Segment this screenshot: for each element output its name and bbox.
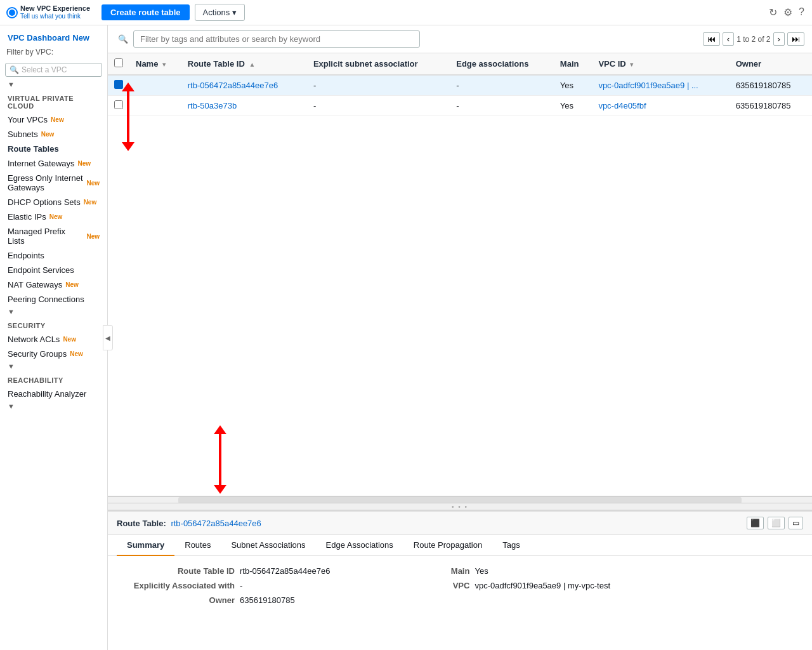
sidebar-item-egress-gateways[interactable]: Egress Only Internet Gateways New xyxy=(0,171,107,195)
sidebar-item-peering[interactable]: Peering Connections xyxy=(0,292,107,307)
table-row[interactable]: rtb-056472a85a44ee7e6 - - Yes vpc-0adfcf… xyxy=(108,75,812,96)
page-prev-button[interactable]: ‹ xyxy=(723,32,734,46)
your-vpcs-label: Your VPCs xyxy=(8,115,48,124)
horizontal-scrollbar[interactable] xyxy=(108,496,812,503)
search-input[interactable] xyxy=(133,30,420,48)
nat-gateways-label: NAT Gateways xyxy=(8,280,62,289)
page-first-button[interactable]: ⏮ xyxy=(703,32,720,46)
route-table-id-label: Route Table ID xyxy=(121,566,235,576)
main-value: Yes xyxy=(475,566,488,576)
table-row[interactable]: rtb-50a3e73b - - Yes vpc-d4e05fbf 635619… xyxy=(108,96,812,116)
scroll-thumb[interactable] xyxy=(178,497,742,503)
actions-button[interactable]: Actions ▾ xyxy=(195,4,246,21)
network-acls-label: Network ACLs xyxy=(8,335,60,344)
tab-route-propagation[interactable]: Route Propagation xyxy=(403,535,492,556)
row2-route-table-link[interactable]: rtb-50a3e73b xyxy=(188,101,237,110)
explicitly-associated-value: - xyxy=(240,581,242,590)
sidebar-item-dhcp[interactable]: DHCP Options Sets New xyxy=(0,195,107,209)
tab-edge-associations[interactable]: Edge Associations xyxy=(316,535,403,556)
search-bar: 🔍 ⏮ ‹ 1 to 2 of 2 › ⏭ xyxy=(108,25,812,53)
vpc-section-collapse[interactable]: ▼ xyxy=(0,307,107,317)
egress-gateways-label: Egress Only Internet Gateways xyxy=(8,173,83,192)
sidebar-section-security: Security xyxy=(0,317,107,332)
row1-checkbox-cell[interactable] xyxy=(108,75,129,96)
name-sort-icon: ▾ xyxy=(162,61,166,68)
sidebar-item-managed-prefix[interactable]: Managed Prefix Lists New xyxy=(0,224,107,248)
reachability-section-collapse[interactable]: ▼ xyxy=(0,401,107,411)
pagination: ⏮ ‹ 1 to 2 of 2 › ⏭ xyxy=(703,32,804,46)
page-label: 1 to 2 of 2 xyxy=(737,35,770,44)
sidebar-item-reachability-analyzer[interactable]: Reachability Analyzer xyxy=(0,387,107,401)
sidebar-item-vpc-dashboard[interactable]: VPC Dashboard New xyxy=(0,30,107,44)
vpc-experience-link[interactable]: Tell us what you think xyxy=(20,13,90,20)
row2-edge-associations: - xyxy=(450,96,554,116)
route-tables-table: Name ▾ Route Table ID ▲ Explicit subnet … xyxy=(108,53,812,116)
row2-checkbox[interactable] xyxy=(114,100,123,109)
row1-route-table-id[interactable]: rtb-056472a85a44ee7e6 xyxy=(181,75,307,96)
detail-view-side-button[interactable]: ▭ xyxy=(789,517,803,529)
row2-vpc-link[interactable]: vpc-d4e05fbf xyxy=(598,101,646,110)
vpc-value-link[interactable]: vpc-0adfcf901f9ea5ae9 | my-vpc-test xyxy=(475,581,610,590)
detail-view-split-button[interactable]: ⬛ xyxy=(747,517,764,529)
vpc-id-sort-icon: ▾ xyxy=(630,61,633,68)
nat-gateways-badge: New xyxy=(65,281,79,288)
resize-dots: • • • xyxy=(452,503,468,510)
summary-content: Route Table ID rtb-056472a85a44ee7e6 Exp… xyxy=(108,556,812,615)
tab-routes[interactable]: Routes xyxy=(174,535,221,556)
row2-checkbox-cell[interactable] xyxy=(108,96,129,116)
row1-vpc-id[interactable]: vpc-0adfcf901f9ea5ae9 | ... xyxy=(592,75,729,96)
row2-explicit-subnet: - xyxy=(307,96,450,116)
col-route-table-id[interactable]: Route Table ID ▲ xyxy=(181,53,307,75)
help-icon[interactable]: ? xyxy=(799,6,804,18)
sidebar-toggle-button[interactable]: ◀ xyxy=(103,325,113,350)
settings-icon[interactable]: ⚙ xyxy=(783,6,792,18)
page-next-button[interactable]: › xyxy=(773,32,785,46)
create-route-table-button[interactable]: Create route table xyxy=(102,4,190,20)
security-groups-label: Security Groups xyxy=(8,349,67,359)
row1-main: Yes xyxy=(554,75,593,96)
detail-header-title: Route Table: rtb-056472a85a44ee7e6 xyxy=(117,519,261,528)
sidebar-item-nat-gateways[interactable]: NAT Gateways New xyxy=(0,277,107,292)
sidebar-section-vpc: Virtual Private Cloud xyxy=(0,90,107,112)
panel-resize-handle[interactable]: • • • xyxy=(108,503,812,510)
sidebar-item-network-acls[interactable]: Network ACLs New xyxy=(0,332,107,347)
detail-id-link[interactable]: rtb-056472a85a44ee7e6 xyxy=(171,519,261,528)
col-vpc-id[interactable]: VPC ID ▾ xyxy=(592,53,729,75)
select-all-header[interactable] xyxy=(108,53,129,75)
vpc-dashboard-label: VPC Dashboard xyxy=(8,33,70,43)
tab-summary[interactable]: Summary xyxy=(117,535,174,556)
row2-route-table-id[interactable]: rtb-50a3e73b xyxy=(181,96,307,116)
col-owner: Owner xyxy=(730,53,812,75)
tab-subnet-associations[interactable]: Subnet Associations xyxy=(221,535,315,556)
sidebar-collapse-toggle[interactable]: ▼ xyxy=(0,79,107,90)
sidebar-section-reachability: Reachability xyxy=(0,371,107,387)
row2-vpc-id[interactable]: vpc-d4e05fbf xyxy=(592,96,729,116)
sidebar-item-endpoint-services[interactable]: Endpoint Services xyxy=(0,263,107,277)
row2-owner: 635619180785 xyxy=(730,96,812,116)
summary-vpc-row: VPC vpc-0adfcf901f9ea5ae9 | my-vpc-test xyxy=(355,581,610,590)
detail-header: Route Table: rtb-056472a85a44ee7e6 ⬛ ⬜ ▭ xyxy=(108,512,812,535)
endpoints-label: Endpoints xyxy=(8,251,44,260)
row1-route-table-link[interactable]: rtb-056472a85a44ee7e6 xyxy=(188,81,278,90)
security-section-collapse[interactable]: ▼ xyxy=(0,361,107,371)
search-icon: 🔍 xyxy=(10,65,19,74)
sidebar-item-subnets[interactable]: Subnets New xyxy=(0,127,107,142)
select-all-checkbox[interactable] xyxy=(114,58,123,67)
row1-checkbox-selected xyxy=(114,80,123,89)
sidebar-item-endpoints[interactable]: Endpoints xyxy=(0,248,107,263)
row1-vpc-link[interactable]: vpc-0adfcf901f9ea5ae9 | ... xyxy=(598,81,698,90)
detail-view-bottom-button[interactable]: ⬜ xyxy=(768,517,785,529)
dhcp-label: DHCP Options Sets xyxy=(8,197,81,207)
sidebar-item-security-groups[interactable]: Security Groups New xyxy=(0,347,107,361)
filter-vpc-label: Filter by VPC: xyxy=(0,44,107,60)
refresh-icon[interactable]: ↻ xyxy=(769,6,777,18)
col-name[interactable]: Name ▾ xyxy=(129,53,181,75)
tab-tags[interactable]: Tags xyxy=(492,535,530,556)
sidebar-item-elastic-ips[interactable]: Elastic IPs New xyxy=(0,209,107,224)
content-area: 🔍 ⏮ ‹ 1 to 2 of 2 › ⏭ Name ▾ xyxy=(108,25,812,650)
select-vpc-dropdown[interactable]: 🔍 Select a VPC xyxy=(5,63,102,77)
page-last-button[interactable]: ⏭ xyxy=(787,32,804,46)
sidebar-item-your-vpcs[interactable]: Your VPCs New xyxy=(0,112,107,127)
sidebar-item-route-tables[interactable]: Route Tables xyxy=(0,142,107,156)
sidebar-item-internet-gateways[interactable]: Internet Gateways New xyxy=(0,156,107,171)
